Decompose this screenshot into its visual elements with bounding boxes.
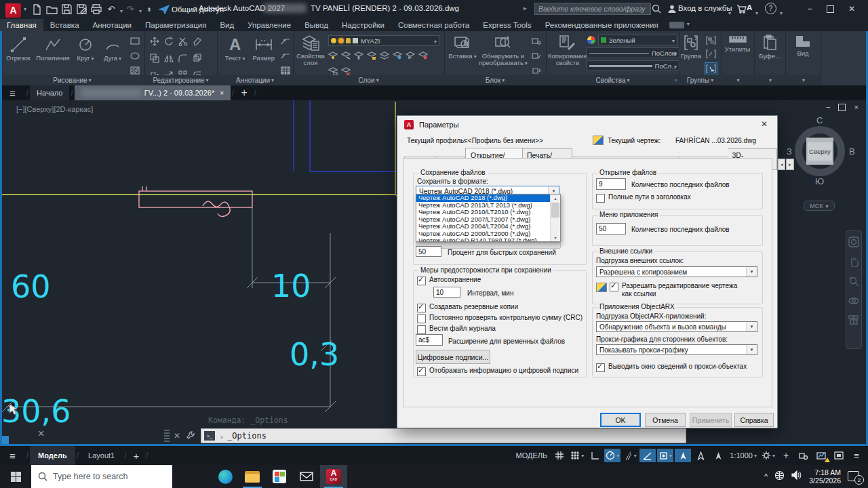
viewcube-top-face[interactable]: Сверху <box>806 138 833 165</box>
window-minimize-button[interactable]: − <box>800 2 819 16</box>
plot-icon[interactable] <box>90 3 103 16</box>
panel-title-draw[interactable]: Рисование <box>0 75 144 85</box>
digital-signatures-button[interactable]: Цифровые подписи... <box>416 350 490 364</box>
save-as-icon[interactable] <box>75 3 88 16</box>
dialog-titlebar[interactable]: A Параметры <box>397 116 777 134</box>
share-plane-icon[interactable] <box>157 3 171 16</box>
ribbon-tab-addins[interactable]: Надстройки <box>335 19 391 31</box>
signin-caret[interactable] <box>727 5 731 18</box>
object-color-combo[interactable]: Зеленый <box>598 35 677 45</box>
app-menu-caret[interactable] <box>22 6 26 12</box>
scroll-thumb[interactable] <box>551 203 559 218</box>
dialog-close-button[interactable]: ✕ <box>754 117 774 131</box>
panel-title-utilities[interactable] <box>721 75 754 85</box>
annotation-visibility-icon[interactable]: + <box>778 449 794 462</box>
format-option[interactable]: Чертеж AutoCAD 2010/LT2010 (*.dwg) <box>416 209 551 216</box>
tab-scroll-right[interactable]: ▸ <box>786 159 793 170</box>
insert-block-button[interactable]: Вставка <box>447 31 478 74</box>
file-menu-hamburger-icon[interactable]: ≡ <box>9 87 16 99</box>
polar-tracking-toggle-icon[interactable] <box>604 449 620 462</box>
group-button[interactable]: Группа <box>679 31 703 74</box>
trim-icon[interactable] <box>178 37 188 49</box>
ribbon-tab-featured[interactable]: Рекомендованные приложения <box>538 19 665 31</box>
xref-demand-combo[interactable]: Разрешена с копированием ▾ <box>596 266 757 277</box>
store-taskbar-icon[interactable] <box>266 465 293 488</box>
start-button[interactable] <box>0 465 31 488</box>
object-snap-tracking-toggle-icon[interactable] <box>639 449 656 462</box>
copy-icon[interactable] <box>150 54 159 66</box>
viewport-controls-label[interactable]: [−][Сверху][2D-каркас] <box>16 105 93 113</box>
clock[interactable]: 7:18 AM 3/25/2026 <box>809 468 841 485</box>
appmenu-recent-input[interactable]: 50 <box>596 223 626 235</box>
move-icon[interactable] <box>150 37 159 49</box>
panel-title-annotate[interactable]: Аннотации <box>217 75 293 85</box>
graphics-performance-icon[interactable] <box>813 449 829 462</box>
pan-icon[interactable] <box>848 256 859 270</box>
recent-files-input[interactable]: 9 <box>596 178 626 190</box>
open-file-icon[interactable] <box>45 3 58 16</box>
doc-close-icon[interactable]: × <box>854 103 858 111</box>
layout1-tab[interactable]: Layout1 <box>80 446 123 465</box>
new-tab-button[interactable]: + <box>241 87 247 99</box>
tab-scroll-left[interactable]: ◂ <box>778 159 785 170</box>
redo-icon[interactable]: ↷ <box>123 3 137 16</box>
ribbon-tab-insert[interactable]: Вставка <box>43 19 86 31</box>
orbit-icon[interactable] <box>848 296 859 309</box>
viewcube-south[interactable]: Ю <box>815 176 824 186</box>
autodesk-app-icon[interactable]: A <box>747 3 752 12</box>
ortho-toggle-icon[interactable] <box>587 449 603 462</box>
rotate-icon[interactable] <box>164 37 174 49</box>
network-icon[interactable] <box>774 470 785 483</box>
arc-button[interactable]: Дуга <box>99 33 126 76</box>
infocenter-expand-icon[interactable]: ▸ <box>524 5 527 12</box>
ribbon-tab-view[interactable]: Вид <box>213 19 241 31</box>
panel-title-properties[interactable]: Свойства» <box>546 75 679 85</box>
quick-save-percent-input[interactable]: 50 <box>416 246 441 257</box>
layer-off-icon[interactable] <box>328 50 338 62</box>
panel-title-modify[interactable]: Редактирование <box>144 75 217 85</box>
user-icon[interactable] <box>665 3 679 15</box>
layer-freeze-icon[interactable] <box>354 50 363 62</box>
annotation-scale-button[interactable]: 1:1000 <box>728 449 759 462</box>
polyline-button[interactable]: Полилиния <box>34 33 72 76</box>
infocenter-search-input[interactable]: Введите ключевое слово/фразу <box>534 3 651 15</box>
dynamic-input-toggle-icon[interactable] <box>710 449 726 462</box>
xref-edit-checkbox[interactable]: ✓ Разрешить редактирование чертежа как с… <box>610 282 749 298</box>
undo-caret[interactable] <box>119 3 123 16</box>
qat-customize-icon[interactable]: ⇟ <box>142 3 156 16</box>
ribbon-tab-parametric[interactable]: Параметризация <box>138 19 213 31</box>
block-attrib-icon[interactable] <box>532 50 541 62</box>
full-path-checkbox[interactable]: Полные пути в заголовках <box>596 193 691 203</box>
ribbon-tab-collaborate[interactable]: Совместная работа <box>391 19 476 31</box>
window-maximize-button[interactable] <box>821 2 840 16</box>
layer-combo[interactable]: MYAZI <box>328 35 439 46</box>
workspace-gear-icon[interactable] <box>760 449 776 462</box>
rectangle-tool-icon[interactable] <box>130 35 140 47</box>
temp-ext-input[interactable]: ac$ <box>416 334 443 346</box>
osnap-3d-toggle-icon[interactable] <box>675 449 691 462</box>
zoom-icon[interactable] <box>848 276 859 289</box>
arx-demand-combo[interactable]: Обнаружение объекта и вызов команды ▾ <box>596 321 757 332</box>
command-input[interactable]: >_ _Options <box>201 428 686 443</box>
lineweight-combo[interactable]: ПоСл... <box>587 60 679 71</box>
command-terminal-icon[interactable]: >_ <box>204 431 215 441</box>
format-option[interactable]: Чертеж AutoCAD 2004/LT2004 (*.dwg) <box>416 223 551 230</box>
layer-properties-button[interactable]: Свойства слоя <box>293 31 328 74</box>
volume-icon[interactable] <box>791 470 802 483</box>
help-button[interactable]: Справка <box>734 413 774 427</box>
detect-convert-button[interactable]: Обнаружить и преобразовать <box>478 31 528 74</box>
match-properties-button[interactable]: Копирование свойств <box>549 31 587 74</box>
dynamic-ucs-toggle-icon[interactable] <box>692 449 709 462</box>
showmotion-icon[interactable] <box>848 315 859 327</box>
layout-menu-hamburger-icon[interactable]: ≡ <box>9 450 16 462</box>
ribbon-display-button[interactable] <box>669 22 684 28</box>
doc-restore-icon[interactable] <box>838 104 846 111</box>
edge-taskbar-icon[interactable] <box>212 465 239 488</box>
layer-merge-icon[interactable] <box>380 50 389 62</box>
isodraft-toggle-icon[interactable] <box>622 449 638 462</box>
cart-icon[interactable] <box>734 3 748 15</box>
ribbon-tab-manage[interactable]: Управление <box>241 19 298 31</box>
start-tab[interactable]: Начало <box>30 85 69 100</box>
ribbon-tab-annotate[interactable]: Аннотации <box>86 19 138 31</box>
panel-title-view[interactable] <box>785 75 821 85</box>
